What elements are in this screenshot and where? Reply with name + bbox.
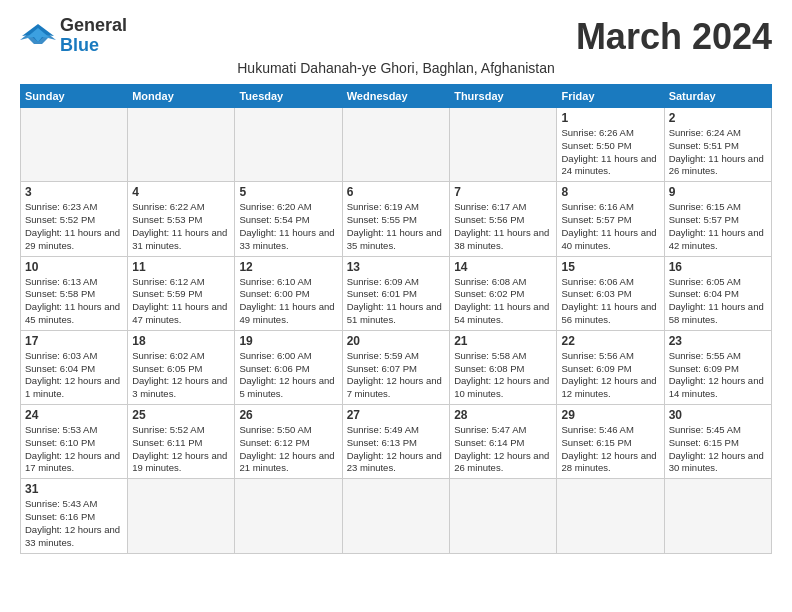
- calendar-cell: [342, 108, 449, 182]
- day-info: Sunrise: 6:19 AM Sunset: 5:55 PM Dayligh…: [347, 201, 445, 252]
- calendar-cell: 12Sunrise: 6:10 AM Sunset: 6:00 PM Dayli…: [235, 256, 342, 330]
- logo-icon: [20, 22, 56, 50]
- calendar-cell: 22Sunrise: 5:56 AM Sunset: 6:09 PM Dayli…: [557, 330, 664, 404]
- col-header-sunday: Sunday: [21, 85, 128, 108]
- day-number: 26: [239, 408, 337, 422]
- day-info: Sunrise: 6:05 AM Sunset: 6:04 PM Dayligh…: [669, 276, 767, 327]
- day-number: 10: [25, 260, 123, 274]
- subtitle: Hukumati Dahanah-ye Ghori, Baghlan, Afgh…: [20, 60, 772, 76]
- calendar-cell: 3Sunrise: 6:23 AM Sunset: 5:52 PM Daylig…: [21, 182, 128, 256]
- logo-text: GeneralBlue: [60, 16, 127, 56]
- calendar-cell: 14Sunrise: 6:08 AM Sunset: 6:02 PM Dayli…: [450, 256, 557, 330]
- calendar-cell: 10Sunrise: 6:13 AM Sunset: 5:58 PM Dayli…: [21, 256, 128, 330]
- day-number: 22: [561, 334, 659, 348]
- calendar-cell: 18Sunrise: 6:02 AM Sunset: 6:05 PM Dayli…: [128, 330, 235, 404]
- day-number: 21: [454, 334, 552, 348]
- day-info: Sunrise: 6:03 AM Sunset: 6:04 PM Dayligh…: [25, 350, 123, 401]
- day-info: Sunrise: 6:15 AM Sunset: 5:57 PM Dayligh…: [669, 201, 767, 252]
- calendar-cell: 23Sunrise: 5:55 AM Sunset: 6:09 PM Dayli…: [664, 330, 771, 404]
- calendar-cell: [450, 108, 557, 182]
- day-number: 27: [347, 408, 445, 422]
- day-info: Sunrise: 6:10 AM Sunset: 6:00 PM Dayligh…: [239, 276, 337, 327]
- calendar-cell: [557, 479, 664, 553]
- calendar-cell: 25Sunrise: 5:52 AM Sunset: 6:11 PM Dayli…: [128, 405, 235, 479]
- col-header-friday: Friday: [557, 85, 664, 108]
- calendar-cell: 1Sunrise: 6:26 AM Sunset: 5:50 PM Daylig…: [557, 108, 664, 182]
- day-number: 7: [454, 185, 552, 199]
- month-title: March 2024: [576, 16, 772, 58]
- day-number: 2: [669, 111, 767, 125]
- day-info: Sunrise: 5:49 AM Sunset: 6:13 PM Dayligh…: [347, 424, 445, 475]
- day-info: Sunrise: 5:46 AM Sunset: 6:15 PM Dayligh…: [561, 424, 659, 475]
- day-info: Sunrise: 5:56 AM Sunset: 6:09 PM Dayligh…: [561, 350, 659, 401]
- col-header-thursday: Thursday: [450, 85, 557, 108]
- day-number: 4: [132, 185, 230, 199]
- day-info: Sunrise: 5:58 AM Sunset: 6:08 PM Dayligh…: [454, 350, 552, 401]
- calendar-cell: 2Sunrise: 6:24 AM Sunset: 5:51 PM Daylig…: [664, 108, 771, 182]
- calendar-cell: 24Sunrise: 5:53 AM Sunset: 6:10 PM Dayli…: [21, 405, 128, 479]
- calendar-cell: 31Sunrise: 5:43 AM Sunset: 6:16 PM Dayli…: [21, 479, 128, 553]
- day-info: Sunrise: 6:20 AM Sunset: 5:54 PM Dayligh…: [239, 201, 337, 252]
- day-info: Sunrise: 6:06 AM Sunset: 6:03 PM Dayligh…: [561, 276, 659, 327]
- calendar-cell: [235, 479, 342, 553]
- day-info: Sunrise: 5:47 AM Sunset: 6:14 PM Dayligh…: [454, 424, 552, 475]
- day-number: 28: [454, 408, 552, 422]
- day-info: Sunrise: 6:24 AM Sunset: 5:51 PM Dayligh…: [669, 127, 767, 178]
- day-number: 9: [669, 185, 767, 199]
- day-info: Sunrise: 6:16 AM Sunset: 5:57 PM Dayligh…: [561, 201, 659, 252]
- day-number: 25: [132, 408, 230, 422]
- day-number: 11: [132, 260, 230, 274]
- calendar: SundayMondayTuesdayWednesdayThursdayFrid…: [20, 84, 772, 554]
- calendar-cell: 6Sunrise: 6:19 AM Sunset: 5:55 PM Daylig…: [342, 182, 449, 256]
- day-info: Sunrise: 5:45 AM Sunset: 6:15 PM Dayligh…: [669, 424, 767, 475]
- day-number: 6: [347, 185, 445, 199]
- calendar-cell: 26Sunrise: 5:50 AM Sunset: 6:12 PM Dayli…: [235, 405, 342, 479]
- header: GeneralBlue March 2024: [20, 16, 772, 58]
- day-number: 12: [239, 260, 337, 274]
- calendar-cell: 5Sunrise: 6:20 AM Sunset: 5:54 PM Daylig…: [235, 182, 342, 256]
- calendar-cell: [21, 108, 128, 182]
- calendar-cell: [235, 108, 342, 182]
- calendar-cell: 7Sunrise: 6:17 AM Sunset: 5:56 PM Daylig…: [450, 182, 557, 256]
- day-info: Sunrise: 6:13 AM Sunset: 5:58 PM Dayligh…: [25, 276, 123, 327]
- calendar-cell: 28Sunrise: 5:47 AM Sunset: 6:14 PM Dayli…: [450, 405, 557, 479]
- day-info: Sunrise: 6:09 AM Sunset: 6:01 PM Dayligh…: [347, 276, 445, 327]
- logo: GeneralBlue: [20, 16, 127, 56]
- day-number: 20: [347, 334, 445, 348]
- col-header-tuesday: Tuesday: [235, 85, 342, 108]
- day-info: Sunrise: 6:26 AM Sunset: 5:50 PM Dayligh…: [561, 127, 659, 178]
- day-info: Sunrise: 5:52 AM Sunset: 6:11 PM Dayligh…: [132, 424, 230, 475]
- day-info: Sunrise: 5:53 AM Sunset: 6:10 PM Dayligh…: [25, 424, 123, 475]
- day-number: 16: [669, 260, 767, 274]
- day-number: 19: [239, 334, 337, 348]
- day-number: 30: [669, 408, 767, 422]
- day-number: 5: [239, 185, 337, 199]
- calendar-cell: 4Sunrise: 6:22 AM Sunset: 5:53 PM Daylig…: [128, 182, 235, 256]
- day-number: 15: [561, 260, 659, 274]
- calendar-cell: 9Sunrise: 6:15 AM Sunset: 5:57 PM Daylig…: [664, 182, 771, 256]
- day-info: Sunrise: 6:12 AM Sunset: 5:59 PM Dayligh…: [132, 276, 230, 327]
- calendar-cell: 13Sunrise: 6:09 AM Sunset: 6:01 PM Dayli…: [342, 256, 449, 330]
- day-number: 14: [454, 260, 552, 274]
- day-info: Sunrise: 6:22 AM Sunset: 5:53 PM Dayligh…: [132, 201, 230, 252]
- day-number: 18: [132, 334, 230, 348]
- day-info: Sunrise: 6:17 AM Sunset: 5:56 PM Dayligh…: [454, 201, 552, 252]
- calendar-header-row: SundayMondayTuesdayWednesdayThursdayFrid…: [21, 85, 772, 108]
- calendar-cell: [128, 479, 235, 553]
- day-number: 24: [25, 408, 123, 422]
- day-info: Sunrise: 6:02 AM Sunset: 6:05 PM Dayligh…: [132, 350, 230, 401]
- day-info: Sunrise: 6:00 AM Sunset: 6:06 PM Dayligh…: [239, 350, 337, 401]
- calendar-cell: [664, 479, 771, 553]
- calendar-cell: 21Sunrise: 5:58 AM Sunset: 6:08 PM Dayli…: [450, 330, 557, 404]
- day-info: Sunrise: 6:23 AM Sunset: 5:52 PM Dayligh…: [25, 201, 123, 252]
- day-number: 31: [25, 482, 123, 496]
- col-header-wednesday: Wednesday: [342, 85, 449, 108]
- day-info: Sunrise: 5:43 AM Sunset: 6:16 PM Dayligh…: [25, 498, 123, 549]
- col-header-saturday: Saturday: [664, 85, 771, 108]
- calendar-cell: 11Sunrise: 6:12 AM Sunset: 5:59 PM Dayli…: [128, 256, 235, 330]
- calendar-cell: 30Sunrise: 5:45 AM Sunset: 6:15 PM Dayli…: [664, 405, 771, 479]
- calendar-cell: 16Sunrise: 6:05 AM Sunset: 6:04 PM Dayli…: [664, 256, 771, 330]
- day-number: 1: [561, 111, 659, 125]
- day-number: 29: [561, 408, 659, 422]
- calendar-cell: 8Sunrise: 6:16 AM Sunset: 5:57 PM Daylig…: [557, 182, 664, 256]
